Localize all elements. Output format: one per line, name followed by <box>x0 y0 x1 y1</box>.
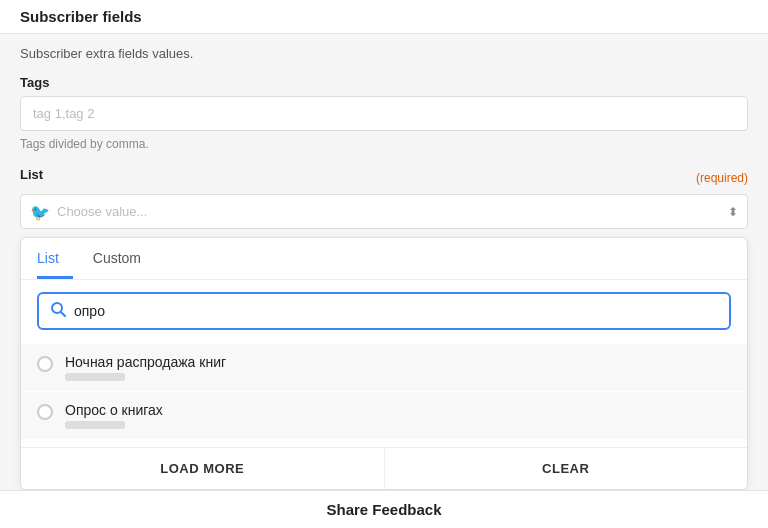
search-icon <box>51 302 66 320</box>
result-title-0: Ночная распродажа книг <box>65 354 226 370</box>
clear-button[interactable]: CLEAR <box>385 448 748 489</box>
result-title-1: Опрос о книгах <box>65 402 163 418</box>
share-feedback-link[interactable]: Share Feedback <box>326 501 441 518</box>
tags-input[interactable]: tag 1,tag 2 <box>20 96 748 131</box>
bottom-bar: Share Feedback <box>0 490 768 528</box>
result-sub-0 <box>65 373 125 381</box>
dropdown-actions: LOAD MORE CLEAR <box>21 447 747 489</box>
result-item-1[interactable]: Опрос о книгах <box>21 392 747 439</box>
tags-label: Tags <box>20 75 748 90</box>
search-input[interactable] <box>74 303 717 319</box>
result-sub-1 <box>65 421 125 429</box>
dropdown-panel: List Custom <box>20 237 748 490</box>
required-badge: (required) <box>696 171 748 185</box>
list-select-icon: 🐦 <box>30 202 50 221</box>
dropdown-results: Ночная распродажа книг Опрос о книгах <box>21 340 747 443</box>
tags-hint: Tags divided by comma. <box>20 137 748 151</box>
result-item-0[interactable]: Ночная распродажа книг <box>21 344 747 391</box>
radio-0[interactable] <box>37 356 53 372</box>
result-text-0: Ночная распродажа книг <box>65 354 226 381</box>
load-more-button[interactable]: LOAD MORE <box>21 448 385 489</box>
page-subtitle: Subscriber extra fields values. <box>20 46 748 61</box>
radio-1[interactable] <box>37 404 53 420</box>
tab-list[interactable]: List <box>37 238 73 279</box>
svg-line-1 <box>61 312 65 316</box>
search-box <box>37 292 731 330</box>
dropdown-search-wrap <box>21 280 747 340</box>
list-label: List <box>20 167 43 182</box>
dropdown-tabs: List Custom <box>21 238 747 280</box>
tab-custom[interactable]: Custom <box>93 238 155 279</box>
result-text-1: Опрос о книгах <box>65 402 163 429</box>
list-select[interactable]: Choose value... <box>20 194 748 229</box>
page-title: Subscriber fields <box>0 0 768 34</box>
list-select-wrapper: 🐦 Choose value... ⬍ <box>20 194 748 229</box>
